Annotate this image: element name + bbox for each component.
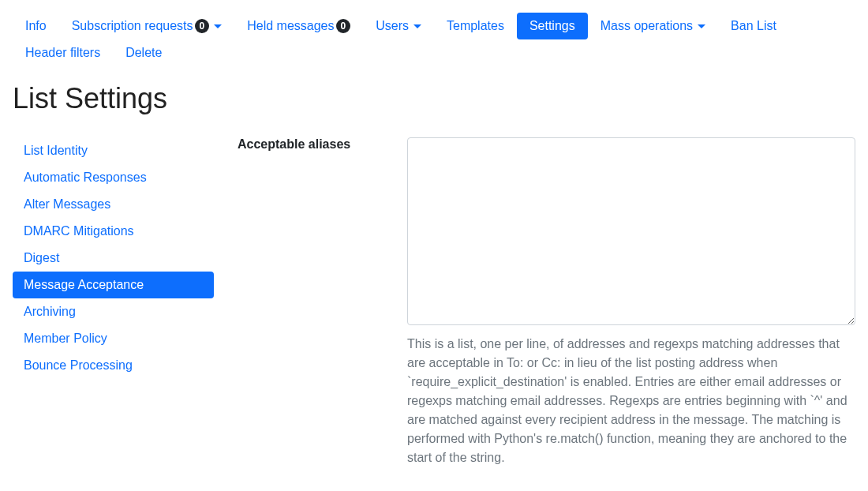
page-title: List Settings xyxy=(13,82,855,115)
sidebar-item-automatic-responses[interactable]: Automatic Responses xyxy=(13,164,214,191)
sidebar-item-member-policy[interactable]: Member Policy xyxy=(13,325,214,352)
acceptable-aliases-help: This is a list, one per line, of address… xyxy=(407,335,855,467)
nav-info[interactable]: Info xyxy=(13,13,59,39)
settings-layout: List Identity Automatic Responses Alter … xyxy=(13,137,855,491)
subscription-requests-badge: 0 xyxy=(195,19,210,33)
sidebar-item-message-acceptance[interactable]: Message Acceptance xyxy=(13,272,214,298)
sidebar-item-bounce-processing[interactable]: Bounce Processing xyxy=(13,352,214,379)
nav-held-messages[interactable]: Held messages 0 xyxy=(234,13,363,39)
sidebar-item-alter-messages[interactable]: Alter Messages xyxy=(13,191,214,218)
settings-sidebar: List Identity Automatic Responses Alter … xyxy=(13,137,214,491)
acceptable-aliases-label: Acceptable aliases xyxy=(238,137,350,151)
sidebar-item-digest[interactable]: Digest xyxy=(13,245,214,272)
nav-settings[interactable]: Settings xyxy=(517,13,588,39)
sidebar-item-archiving[interactable]: Archiving xyxy=(13,298,214,325)
nav-users-label: Users xyxy=(376,19,409,33)
settings-content: Acceptable aliases This is a list, one p… xyxy=(238,137,855,491)
acceptable-aliases-input[interactable] xyxy=(407,137,855,325)
chevron-down-icon xyxy=(214,24,222,28)
nav-users[interactable]: Users xyxy=(363,13,434,39)
nav-ban-list[interactable]: Ban List xyxy=(718,13,789,39)
nav-header-filters[interactable]: Header filters xyxy=(13,39,113,66)
nav-mass-operations[interactable]: Mass operations xyxy=(588,13,718,39)
sidebar-item-dmarc-mitigations[interactable]: DMARC Mitigations xyxy=(13,218,214,245)
chevron-down-icon xyxy=(698,24,705,28)
held-messages-badge: 0 xyxy=(336,19,351,33)
nav-held-messages-label: Held messages xyxy=(247,19,334,33)
nav-subscription-requests[interactable]: Subscription requests 0 xyxy=(59,13,235,39)
sidebar-item-list-identity[interactable]: List Identity xyxy=(13,137,214,164)
nav-subscription-requests-label: Subscription requests xyxy=(72,19,193,33)
nav-mass-operations-label: Mass operations xyxy=(600,19,693,33)
nav-delete[interactable]: Delete xyxy=(113,39,174,66)
field-acceptable-aliases: Acceptable aliases This is a list, one p… xyxy=(238,137,855,467)
chevron-down-icon xyxy=(413,24,421,28)
nav-templates[interactable]: Templates xyxy=(434,13,517,39)
top-nav: Info Subscription requests 0 Held messag… xyxy=(13,13,855,66)
